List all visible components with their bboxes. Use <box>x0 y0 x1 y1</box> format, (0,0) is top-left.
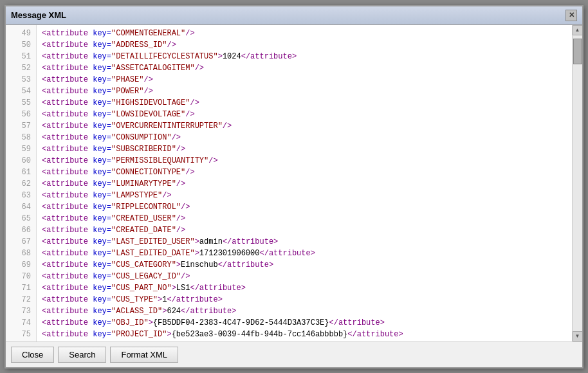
line-number: 69 <box>6 259 36 271</box>
xml-line: <attribute key="ACLASS_ID">624</attribut… <box>37 305 572 317</box>
xml-line: <attribute key="PERMISSIBLEQUANTITY"/> <box>37 155 572 167</box>
xml-line: <attribute key="CUS_TYPE">1</attribute> <box>37 294 572 305</box>
line-number: 67 <box>6 236 36 248</box>
line-number: 62 <box>6 178 36 190</box>
content-area: 4950515253545556575859606162636465666768… <box>6 25 582 341</box>
xml-line: <attribute key="OVERCURRENTINTERRUPTER"/… <box>37 120 572 132</box>
xml-line: <attribute key="HIGHSIDEVOLTAGE"/> <box>37 97 572 109</box>
xml-line: <attribute key="DETAILLIFECYCLESTATUS">1… <box>37 51 572 62</box>
xml-line: <attribute key="CUS_CATEGORY">Einschub</… <box>37 259 572 271</box>
scroll-up-button[interactable]: ▲ <box>573 25 583 35</box>
line-number: 51 <box>6 51 36 62</box>
xml-line: <attribute key="LAST_EDITED_DATE">171230… <box>37 248 572 259</box>
line-number: 56 <box>6 109 36 120</box>
close-button[interactable]: Close <box>11 347 54 363</box>
line-number: 58 <box>6 132 36 143</box>
line-number: 73 <box>6 305 36 317</box>
line-number: 75 <box>6 329 36 340</box>
xml-line: <attribute key="CUS_LEGACY_ID"/> <box>37 271 572 282</box>
xml-line: <attribute key="CREATED_USER"/> <box>37 213 572 224</box>
line-number: 50 <box>6 39 36 51</box>
search-button[interactable]: Search <box>58 347 106 363</box>
line-number: 60 <box>6 155 36 167</box>
dialog-title: Message XML <box>11 10 66 20</box>
scroll-track[interactable] <box>573 35 583 331</box>
xml-line: <attribute key="PROJECT_ID">{be523ae3-00… <box>37 329 572 340</box>
scroll-thumb[interactable] <box>573 39 582 64</box>
xml-line: <attribute key="ASSETCATALOGITEM"/> <box>37 62 572 74</box>
line-number: 70 <box>6 271 36 282</box>
xml-line: <attribute key="CONNECTIONTYPE"/> <box>37 167 572 178</box>
line-number: 61 <box>6 167 36 178</box>
line-number: 64 <box>6 201 36 213</box>
title-bar: Message XML ✕ <box>6 6 582 25</box>
line-number: 59 <box>6 143 36 155</box>
xml-line: <attribute key="CONSUMPTION"/> <box>37 132 572 143</box>
line-number: 65 <box>6 213 36 224</box>
xml-line: <attribute key="LAMPSTYPE"/> <box>37 190 572 201</box>
line-number: 54 <box>6 86 36 97</box>
close-icon[interactable]: ✕ <box>565 10 577 21</box>
xml-line: <attribute key="PHASE"/> <box>37 74 572 86</box>
xml-line: <attribute key="ADDRESS_ID"/> <box>37 39 572 51</box>
line-number: 57 <box>6 120 36 132</box>
line-number: 53 <box>6 74 36 86</box>
xml-line: <attribute key="CREATED_DATE"/> <box>37 224 572 236</box>
xml-line: <attribute key="LUMINARYTYPE"/> <box>37 178 572 190</box>
line-number: 71 <box>6 282 36 294</box>
scrollbar[interactable]: ▲ ▼ <box>572 25 582 341</box>
line-number: 74 <box>6 317 36 329</box>
line-number: 68 <box>6 248 36 259</box>
xml-line: <attribute key="LOWSIDEVOLTAGE"/> <box>37 109 572 120</box>
xml-line: <attribute key="OBJ_ID">{FB5DDF04-2383-4… <box>37 317 572 329</box>
line-number: 72 <box>6 294 36 305</box>
line-number: 66 <box>6 224 36 236</box>
message-xml-dialog: Message XML ✕ 49505152535455565758596061… <box>5 5 583 368</box>
line-number: 55 <box>6 97 36 109</box>
xml-line: <attribute key="CUS_PART_NO">LS1</attrib… <box>37 282 572 294</box>
xml-line: <attribute key="SUBSCRIBERID"/> <box>37 143 572 155</box>
xml-content[interactable]: <attribute key="COMMENTGENERAL"/><attrib… <box>37 25 572 341</box>
line-numbers: 4950515253545556575859606162636465666768… <box>6 25 37 341</box>
scroll-down-button[interactable]: ▼ <box>573 331 583 341</box>
format-xml-button[interactable]: Format XML <box>110 347 178 363</box>
line-number: 63 <box>6 190 36 201</box>
xml-line: <attribute key="RIPPLECONTROL"/> <box>37 201 572 213</box>
xml-line: <attribute key="COMMENTGENERAL"/> <box>37 28 572 39</box>
line-number: 49 <box>6 28 36 39</box>
xml-line: <attribute key="LAST_EDITED_USER">admin<… <box>37 236 572 248</box>
xml-line: <attribute key="POWER"/> <box>37 86 572 97</box>
footer: Close Search Format XML <box>6 341 582 367</box>
line-number: 52 <box>6 62 36 74</box>
